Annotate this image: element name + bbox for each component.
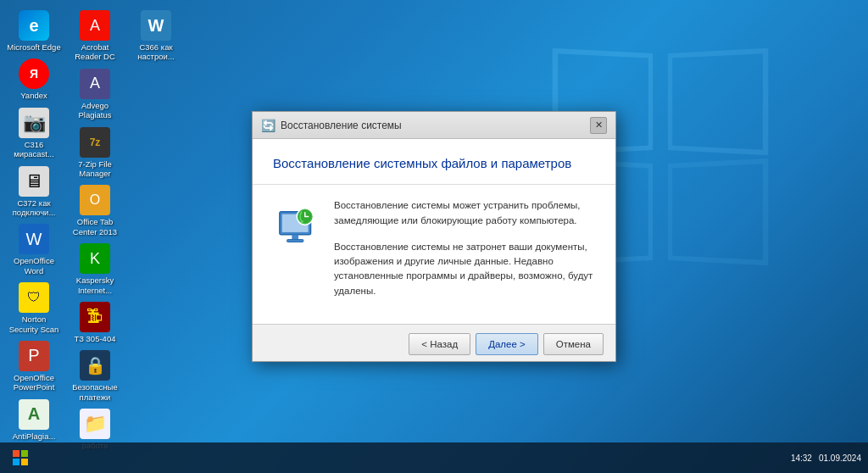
svg-rect-10 <box>21 450 28 457</box>
dialog-footer: < Назад Далее > Отмена <box>253 324 615 361</box>
back-button[interactable]: < Назад <box>409 333 470 355</box>
svg-rect-2 <box>292 235 298 240</box>
svg-rect-12 <box>21 459 28 465</box>
dialog-titlebar: 🔄 Восстановление системы ✕ <box>253 112 615 139</box>
dialog-paragraph-1: Восстановление системы может устранить п… <box>334 198 595 228</box>
windows-start-icon <box>13 450 28 465</box>
svg-rect-3 <box>287 240 303 242</box>
dialog-close-button[interactable]: ✕ <box>590 117 607 134</box>
svg-rect-9 <box>13 450 19 457</box>
start-button[interactable] <box>3 442 37 473</box>
desktop: e Microsoft Edge Я Yandex 📷 C316 мирасas… <box>0 0 868 473</box>
dialog-header-title: Восстановление системных файлов и параме… <box>273 156 595 170</box>
dialog-title-left: 🔄 Восстановление системы <box>261 119 402 132</box>
dialog-title-icon: 🔄 <box>261 119 275 132</box>
modal-overlay: 🔄 Восстановление системы ✕ Восстановлени… <box>0 0 868 473</box>
dialog-header-section: Восстановление системных файлов и параме… <box>253 139 615 185</box>
taskbar-right: 14:32 01.09.2024 <box>791 454 868 463</box>
cancel-button[interactable]: Отмена <box>543 333 604 355</box>
restore-computer-icon <box>275 205 325 254</box>
svg-rect-11 <box>13 459 19 465</box>
dialog-paragraph-2: Восстановление системы не затронет ваши … <box>334 240 595 298</box>
taskbar: 14:32 01.09.2024 <box>0 442 868 473</box>
taskbar-date: 01.09.2024 <box>819 454 861 463</box>
dialog-content-section: Восстановление системы может устранить п… <box>253 185 615 324</box>
next-button[interactable]: Далее > <box>476 333 538 355</box>
dialog-icon-area <box>266 198 334 310</box>
system-restore-dialog: 🔄 Восстановление системы ✕ Восстановлени… <box>252 111 616 362</box>
dialog-title-text: Восстановление системы <box>281 120 402 131</box>
dialog-text-area: Восстановление системы может устранить п… <box>334 198 595 310</box>
dialog-body: Восстановление системных файлов и параме… <box>253 139 615 324</box>
taskbar-left <box>0 442 37 473</box>
taskbar-time: 14:32 <box>791 454 812 463</box>
